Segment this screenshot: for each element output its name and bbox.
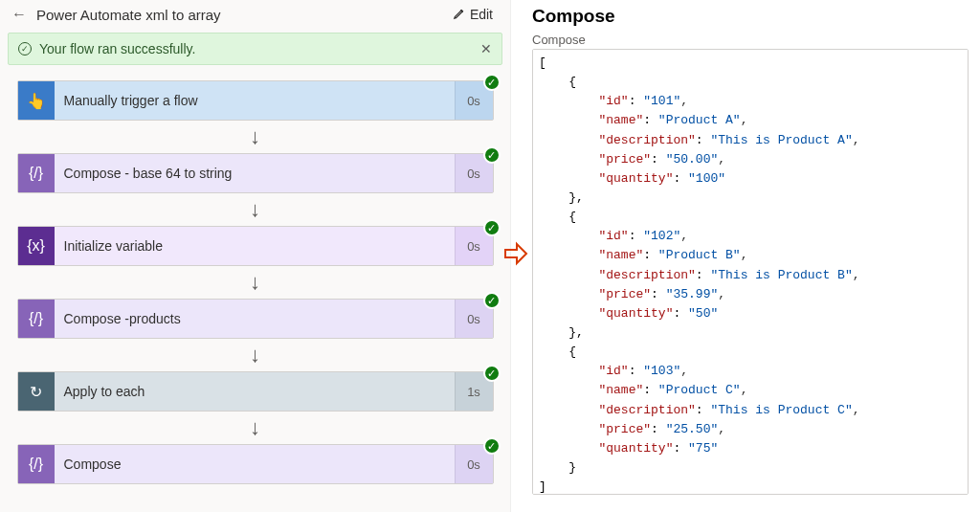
flow-step[interactable]: {/}Compose -products0s✓ (17, 299, 494, 339)
flow-steps-column: 👆Manually trigger a flow0s✓↓{/}Compose -… (0, 71, 510, 512)
arrow-down-icon: ↓ (250, 417, 260, 438)
flow-run-panel: ← Power Automate xml to array Edit ✓ You… (0, 0, 511, 512)
step-success-badge-icon: ✓ (483, 74, 501, 91)
step-success-badge-icon: ✓ (483, 146, 501, 164)
flow-step[interactable]: 👆Manually trigger a flow0s✓ (17, 80, 494, 121)
flow-title: Power Automate xml to array (36, 7, 443, 23)
edit-label: Edit (470, 7, 493, 22)
step-type-icon: ↻ (18, 372, 55, 411)
output-subtitle: Compose (532, 33, 969, 47)
json-output-box[interactable]: [ { "id": "101", "name": "Product A", "d… (532, 49, 969, 495)
step-type-icon: {x} (18, 227, 55, 265)
step-type-icon: {/} (18, 154, 55, 192)
step-label: Initialize variable (55, 227, 455, 265)
step-type-icon: 👆 (18, 81, 55, 120)
flow-step[interactable]: ↻Apply to each1s✓ (17, 371, 494, 412)
output-panel: Compose Compose [ { "id": "101", "name":… (511, 0, 980, 512)
header-row: ← Power Automate xml to array Edit (0, 0, 510, 29)
status-bar: ✓ Your flow ran successfully. ✕ (8, 33, 502, 65)
pointer-arrow-icon (501, 239, 530, 268)
step-success-badge-icon: ✓ (483, 365, 501, 382)
step-label: Compose -products (55, 300, 455, 338)
status-text: Your flow ran successfully. (39, 41, 195, 56)
flow-step[interactable]: {/}Compose - base 64 to string0s✓ (17, 153, 494, 193)
edit-button[interactable]: Edit (453, 7, 499, 23)
arrow-down-icon: ↓ (250, 126, 260, 147)
step-type-icon: {/} (18, 300, 55, 338)
arrow-down-icon: ↓ (250, 345, 260, 366)
success-check-icon: ✓ (18, 42, 32, 56)
flow-step[interactable]: {x}Initialize variable0s✓ (17, 226, 494, 266)
close-icon[interactable]: ✕ (480, 41, 492, 56)
arrow-down-icon: ↓ (250, 199, 260, 220)
arrow-down-icon: ↓ (250, 272, 260, 293)
step-success-badge-icon: ✓ (483, 292, 501, 309)
output-title: Compose (532, 6, 969, 27)
step-success-badge-icon: ✓ (483, 437, 501, 455)
flow-step[interactable]: {/}Compose0s✓ (17, 444, 494, 484)
step-type-icon: {/} (18, 445, 55, 483)
back-arrow-icon[interactable]: ← (11, 6, 27, 23)
step-label: Apply to each (55, 372, 455, 411)
pencil-icon (453, 7, 466, 23)
step-label: Compose (55, 445, 455, 483)
step-success-badge-icon: ✓ (483, 219, 501, 236)
step-label: Manually trigger a flow (55, 81, 455, 120)
step-label: Compose - base 64 to string (55, 154, 455, 192)
